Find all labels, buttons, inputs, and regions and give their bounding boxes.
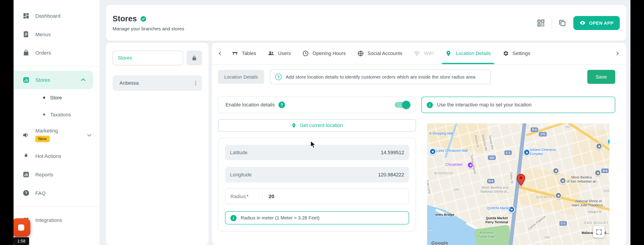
store-search-input[interactable] — [112, 51, 183, 65]
map-label: 648 — [544, 235, 550, 239]
stores-icon — [22, 77, 30, 84]
radius-field[interactable]: Radius* 20 — [225, 188, 409, 204]
sidebar-item-marketing[interactable]: Marketing New — [14, 123, 100, 147]
page-subtitle: Manage your branches and stores — [112, 26, 184, 31]
sidebar-item-label: Orders — [35, 50, 51, 56]
tabs-scroll-right[interactable] — [612, 43, 623, 64]
screen-record-stop-button[interactable] — [14, 218, 30, 237]
chevron-left-icon — [217, 51, 223, 56]
sidebar: Dashboard Menus Orders Stores Store Taxa… — [14, 0, 100, 245]
latitude-label: Latitude — [230, 150, 248, 155]
section-hint-text: Add store location details to identify c… — [286, 75, 475, 80]
radius-hint: i Radius in meter (1 Meter = 3.28 Feet) — [225, 211, 409, 224]
map-label: National Shrine of Saint Jude Thaddeus..… — [572, 199, 605, 207]
section-chip: Location Details — [218, 70, 264, 84]
page-title: Stores — [112, 15, 137, 24]
open-app-button[interactable]: OPEN APP — [574, 16, 620, 30]
map-label: Google — [431, 240, 448, 245]
sidebar-item-label: Store — [50, 95, 62, 100]
tab-users[interactable]: Users — [262, 43, 296, 64]
save-button[interactable]: Save — [587, 70, 615, 84]
clock-icon — [302, 50, 309, 57]
tab-label: Social Accounts — [368, 51, 402, 56]
tab-label: Tables — [242, 51, 256, 56]
chevron-right-icon — [614, 51, 620, 56]
map-marker-pin[interactable] — [517, 173, 525, 186]
map-label: R-9 — [487, 179, 494, 184]
sidebar-item-label: Dashboard — [35, 13, 60, 19]
tab-tables[interactable]: Tables — [226, 43, 262, 64]
faq-icon: ? — [22, 189, 30, 196]
main-area: Stores Manage your branches and stores O… — [100, 0, 631, 245]
longitude-field: Longitude 120.984222 — [225, 167, 409, 182]
sidebar-item-taxations[interactable]: Taxations — [14, 106, 100, 123]
longitude-value: 120.984222 — [378, 172, 404, 177]
sidebar-item-reports[interactable]: Reports — [14, 165, 100, 184]
help-icon: ? — [275, 74, 282, 80]
dashboard-icon — [22, 12, 30, 19]
tab-social-accounts[interactable]: Social Accounts — [352, 43, 408, 64]
map-label: C-1 — [504, 150, 512, 155]
chevron-up-icon — [80, 77, 86, 84]
location-details-panel: Location Details ? Add store location de… — [212, 65, 626, 245]
enable-location-toggle[interactable] — [394, 102, 408, 108]
map-fullscreen-button[interactable] — [593, 226, 605, 237]
radius-label: Radius* — [226, 193, 262, 199]
sidebar-divider — [14, 206, 100, 207]
sidebar-item-store[interactable]: Store — [14, 89, 100, 106]
lock-button[interactable] — [186, 51, 202, 65]
tab-opening-hours[interactable]: Opening Hours — [296, 43, 352, 64]
store-list-item[interactable]: Anbessa — [112, 75, 202, 91]
gear-icon — [502, 50, 509, 57]
tab-label: Location Details — [456, 51, 491, 56]
screen: Dashboard Menus Orders Stores Store Taxa… — [0, 0, 644, 245]
svg-text:?: ? — [25, 191, 27, 195]
tab-wifi[interactable]: WiFi — [408, 43, 440, 64]
map-label: 289 — [454, 188, 459, 192]
sidebar-item-label: Menus — [35, 32, 51, 37]
copy-icon[interactable] — [558, 19, 566, 27]
get-current-location-label: Get current location — [300, 123, 343, 128]
map-label: Quinta Market Ferry Terminal — [486, 216, 508, 224]
store-detail-panel: Tables Users Opening Hours Social A — [212, 43, 626, 245]
lock-icon — [191, 55, 198, 61]
sidebar-item-orders[interactable]: Orders — [14, 44, 100, 62]
tab-label: Opening Hours — [312, 51, 346, 56]
map-label: Isetann Cinerama Complex — [530, 148, 556, 156]
map-label: Minor Basilica of San Sebastian an — [567, 175, 596, 183]
latitude-value: 14.599512 — [381, 150, 404, 155]
chevron-down-icon — [86, 131, 93, 138]
location-pin-icon — [446, 50, 452, 57]
orders-icon — [22, 49, 30, 56]
get-current-location-button[interactable]: Get current location — [218, 119, 416, 131]
page-title-group: Stores Manage your branches and stores — [112, 15, 184, 31]
tab-location-details[interactable]: Location Details — [440, 43, 496, 64]
sidebar-item-dashboard[interactable]: Dashboard — [14, 7, 100, 25]
map-label: 150 — [488, 155, 496, 160]
tab-label: Users — [278, 51, 291, 56]
map-label: C-1 — [560, 221, 567, 226]
tabs-scroll-left[interactable] — [214, 43, 226, 64]
sidebar-item-hot-actions[interactable]: Hot Actions — [14, 147, 100, 165]
map-label: QUIAPO — [536, 195, 552, 199]
interactive-map[interactable]: 397R-81708 Shopping MallAlonzo SSeverino… — [427, 123, 610, 245]
location-pin-icon — [291, 123, 297, 128]
tabs-bar: Tables Users Opening Hours Social A — [212, 43, 626, 65]
sidebar-item-menus[interactable]: Menus — [14, 25, 100, 44]
tab-settings[interactable]: Settings — [496, 43, 536, 64]
section-hint: ? Add store location details to identify… — [270, 70, 491, 84]
sidebar-item-faq[interactable]: ? FAQ — [14, 184, 100, 202]
sidebar-item-stores[interactable]: Stores — [14, 71, 93, 89]
coordinates-card: Latitude 14.599512 Longitude 120.984222 … — [218, 138, 416, 231]
users-icon — [268, 50, 274, 57]
qr-code-icon[interactable] — [536, 18, 546, 27]
more-options-icon[interactable] — [193, 80, 199, 86]
church-poi-icon — [560, 177, 566, 184]
latitude-field: Latitude 14.599512 — [225, 145, 409, 160]
sidebar-item-label: FAQ — [35, 190, 46, 196]
marketing-label-group: Marketing New — [35, 124, 58, 145]
poi-icon — [555, 192, 562, 199]
map-label: R-6 — [601, 168, 609, 173]
stores-list-panel: Anbessa — [106, 43, 209, 245]
map-label: 170 — [539, 132, 546, 137]
